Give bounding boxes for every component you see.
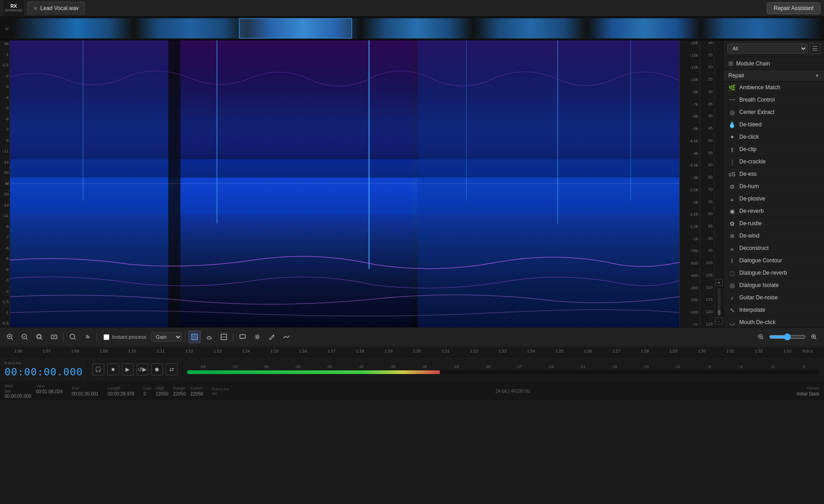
bit-depth-value: 24-bit	[495, 389, 507, 394]
selection-mode-btn[interactable]	[188, 331, 201, 343]
time-tick-110: 1:10	[128, 349, 136, 353]
eq-btn[interactable]	[280, 331, 293, 343]
meter-scale: -Inf -70 -60 -48 -45 -42 -39 -36 -33 -30…	[187, 364, 819, 369]
dialogue-isolate-icon: ◎	[728, 282, 736, 289]
time-tick-126: 1:26	[584, 349, 592, 353]
module-chain-row[interactable]: ⊞ Module Chain	[724, 57, 824, 70]
zoom-slider[interactable]	[769, 333, 806, 341]
zoom-fit-btn[interactable]	[48, 331, 60, 343]
dialogue-contour-icon: ⌇	[728, 257, 736, 264]
plugin-item-dialogue-de-reverb[interactable]: ◌ Dialogue De-reverb	[724, 267, 824, 279]
time-ruler: 1:06 1:07 1:08 1:09 1:10 1:11 1:12 1:13 …	[0, 347, 824, 357]
interpolate-icon: ⤡	[728, 306, 736, 314]
level-meter: -Inf -70 -60 -48 -45 -42 -39 -36 -33 -30…	[183, 357, 824, 381]
file-tab[interactable]: ✕ Lead Vocal.wav	[27, 2, 85, 15]
plugin-item-deconstruct[interactable]: ⟁ Deconstruct	[724, 242, 824, 255]
zoom-out-horiz-btn[interactable]	[754, 331, 767, 343]
plugin-item-de-crackle[interactable]: ⋮ De-crackle	[724, 156, 824, 168]
comment-btn[interactable]	[236, 331, 249, 343]
search-btn[interactable]	[66, 331, 79, 343]
repair-pencil-btn[interactable]	[266, 331, 278, 343]
plugin-item-guitar-de-noise[interactable]: ♪ Guitar De-noise	[724, 292, 824, 304]
de-rustle-icon: ✿	[728, 220, 736, 227]
time-tick-106: 1:06	[14, 349, 22, 353]
de-crackle-icon: ⋮	[728, 158, 736, 165]
headphone-btn[interactable]: 🎧	[92, 363, 104, 375]
zoom-selection-btn[interactable]	[33, 331, 46, 343]
tab-close-icon[interactable]: ✕	[33, 5, 38, 11]
plugin-item-ambience-match[interactable]: 🌿 Ambience Match	[724, 81, 824, 94]
svg-line-36	[762, 338, 764, 340]
plugin-item-mouth-de-click[interactable]: ◡ Mouth De-click	[724, 316, 824, 327]
plugin-item-de-ess[interactable]: sS De-ess	[724, 168, 824, 180]
plugin-item-de-rustle[interactable]: ✿ De-rustle	[724, 217, 824, 230]
overview-selection[interactable]	[239, 18, 352, 38]
instant-process-checkbox[interactable]	[103, 334, 109, 340]
time-tick-132: 1:32	[755, 349, 763, 353]
plugin-item-de-hum[interactable]: ⊘ De-hum	[724, 180, 824, 193]
plugin-item-de-plosive[interactable]: ⟁ De-plosive	[724, 193, 824, 205]
sidebar-header: All Repair Enhance Utility ☰	[724, 40, 824, 57]
plugin-item-de-clip[interactable]: ⫿ De-clip	[724, 143, 824, 156]
plugin-item-de-reverb[interactable]: ◉ De-reverb	[724, 205, 824, 217]
cursor-stat: Cursor 22050	[190, 386, 203, 396]
sidebar-filter-select[interactable]: All Repair Enhance Utility	[727, 43, 808, 54]
plugin-label: De-wind	[739, 233, 759, 239]
plugin-item-interpolate[interactable]: ⤡ Interpolate	[724, 304, 824, 316]
plugin-label: De-rustle	[739, 220, 762, 227]
plugin-label: De-bleed	[739, 121, 762, 128]
freq-stats: Low 0 High 22050 Range 22050 Cursor 2205…	[144, 386, 203, 396]
spectrogram-view[interactable]	[10, 40, 679, 327]
instant-process-label[interactable]: Instant process	[112, 334, 146, 340]
overview-bar[interactable]: M	[0, 16, 824, 40]
cursor-value: 22050	[190, 391, 203, 396]
sidebar-menu-button[interactable]: ☰	[809, 43, 820, 54]
loop-btn[interactable]: ⇄	[166, 363, 178, 375]
zoom-in-btn[interactable]	[4, 331, 16, 343]
record-btn[interactable]: ⏺	[151, 363, 163, 375]
svg-line-27	[74, 338, 76, 340]
plugin-item-de-wind[interactable]: ≋ De-wind	[724, 230, 824, 242]
plugin-item-de-bleed[interactable]: 💧 De-bleed	[724, 119, 824, 131]
vertical-zoom-slider-thumb[interactable]	[718, 310, 721, 315]
repair-section-header[interactable]: Repair ▼	[724, 70, 824, 81]
de-reverb-icon: ◉	[728, 207, 736, 215]
time-tick-116: 1:16	[299, 349, 307, 353]
settings-btn[interactable]	[251, 331, 264, 343]
plugin-item-center-extract[interactable]: ◎ Center Extract	[724, 106, 824, 119]
module-chain-icon: ⊞	[728, 60, 733, 67]
plugin-item-de-click[interactable]: ✦ De-click	[724, 131, 824, 143]
hz-scale: -20k -15k -12k -10k -8k -7k -6k -5k -4.5…	[679, 40, 699, 327]
length-stats: Length 00:00:28.978	[108, 386, 134, 396]
lasso-mode-btn[interactable]	[203, 331, 216, 343]
hand-tool-btn[interactable]	[81, 331, 94, 343]
repair-chevron-icon: ▼	[815, 73, 819, 78]
frequency-selection-btn[interactable]	[217, 331, 230, 343]
svg-rect-29	[193, 335, 196, 339]
time-tick-113: 1:13	[214, 349, 222, 353]
dialogue-de-reverb-icon: ◌	[728, 269, 736, 276]
play-btn[interactable]: ▶	[122, 363, 134, 375]
zoom-out-btn[interactable]	[18, 331, 31, 343]
gain-select[interactable]: Gain Output Input	[151, 332, 182, 341]
time-tick-115: 1:15	[271, 349, 279, 353]
loop-play-btn[interactable]: ↺▶	[136, 363, 148, 375]
de-click-icon: ✦	[728, 133, 736, 141]
zoom-out-vertical-btn[interactable]: -	[716, 317, 723, 325]
main-content: dB -1 -1.5 -2 -3 -4 -5 -6 -7 -9 -11 -14 …	[0, 40, 824, 327]
zoom-in-horiz-btn[interactable]	[808, 331, 820, 343]
plugin-item-breath-control[interactable]: 〰 Breath Control	[724, 94, 824, 106]
time-tick-112: 1:12	[185, 349, 193, 353]
stop-btn[interactable]: ■	[107, 363, 119, 375]
repair-assistant-button[interactable]: Repair Assistant	[767, 2, 820, 14]
spectrogram-canvas[interactable]	[10, 40, 679, 327]
units-label: h:m:s.ms Hz	[212, 387, 229, 396]
plugin-item-dialogue-isolate[interactable]: ◎ Dialogue Isolate	[724, 279, 824, 292]
zoom-slider-container	[769, 333, 806, 341]
overview-waveform[interactable]	[12, 18, 822, 38]
svg-line-39	[815, 338, 817, 340]
plugin-item-dialogue-contour[interactable]: ⌇ Dialogue Contour	[724, 255, 824, 267]
toolbar-separator-1	[63, 332, 64, 341]
svg-point-33	[256, 336, 258, 338]
zoom-in-vertical-btn[interactable]: +	[716, 279, 723, 286]
